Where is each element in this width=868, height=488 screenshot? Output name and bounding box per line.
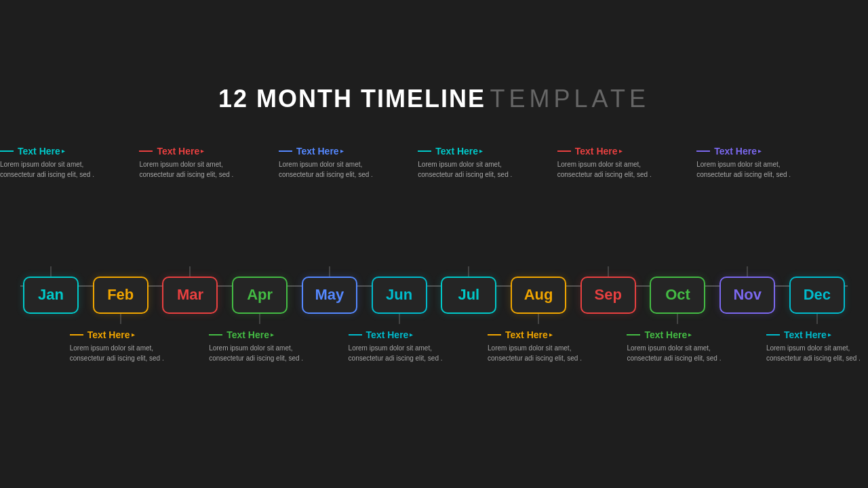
connector-sep [608, 266, 609, 277]
month-box-nov: Nov [719, 277, 775, 314]
text-body-mar: Lorem ipsum dolor sit amet, consectetur … [139, 159, 241, 180]
text-label-dec: Text Here [766, 329, 868, 340]
connector-may [329, 266, 330, 277]
month-box-jan: Jan [23, 277, 79, 314]
month-col-dec: Dec Text Here Lorem ipsum dolor sit amet… [787, 146, 848, 404]
title-light: TEMPLATE [490, 85, 650, 113]
connector-dec [816, 314, 818, 324]
top-text-jul: Text Here Lorem ipsum dolor sit amet, co… [418, 146, 519, 261]
month-box-oct: Oct [650, 277, 705, 314]
bottom-text-aug: Text Here Lorem ipsum dolor sit amet, co… [488, 329, 589, 404]
months-row: Text Here Lorem ipsum dolor sit amet, co… [20, 146, 848, 404]
text-body-jan: Lorem ipsum dolor sit amet, consectetur … [0, 159, 102, 180]
text-label-oct: Text Here [627, 329, 728, 340]
month-box-sep: Sep [580, 277, 636, 314]
month-box-dec: Dec [789, 277, 845, 314]
top-text-may: Text Here Lorem ipsum dolor sit amet, co… [279, 146, 380, 261]
timeline-container: Text Here Lorem ipsum dolor sit amet, co… [20, 146, 848, 404]
text-body-jul: Lorem ipsum dolor sit amet, consectetur … [418, 159, 519, 180]
text-body-nov: Lorem ipsum dolor sit amet, consectetur … [696, 159, 798, 180]
bottom-text-dec: Text Here Lorem ipsum dolor sit amet, co… [766, 329, 868, 404]
text-label-mar: Text Here [139, 146, 241, 157]
bottom-text-jun: Text Here Lorem ipsum dolor sit amet, co… [349, 329, 450, 404]
connector-jul [468, 266, 469, 277]
page-title: 12 MONTH TIMELINE TEMPLATE [218, 85, 650, 113]
bottom-text-feb: Text Here Lorem ipsum dolor sit amet, co… [70, 329, 172, 404]
top-text-mar: Text Here Lorem ipsum dolor sit amet, co… [139, 146, 241, 261]
text-body-oct: Lorem ipsum dolor sit amet, consectetur … [627, 343, 728, 363]
text-body-aug: Lorem ipsum dolor sit amet, consectetur … [488, 343, 589, 363]
connector-jan [50, 266, 52, 277]
text-label-jan: Text Here [0, 146, 102, 157]
connector-apr [259, 314, 260, 324]
month-box-may: May [302, 277, 357, 314]
text-label-apr: Text Here [209, 329, 311, 340]
month-box-mar: Mar [162, 277, 218, 314]
month-box-jul: Jul [441, 277, 496, 314]
text-label-sep: Text Here [557, 146, 659, 157]
connector-nov [747, 266, 748, 277]
text-body-sep: Lorem ipsum dolor sit amet, consectetur … [557, 159, 659, 180]
top-text-jan: Text Here Lorem ipsum dolor sit amet, co… [0, 146, 102, 261]
text-body-may: Lorem ipsum dolor sit amet, consectetur … [279, 159, 380, 180]
text-label-nov: Text Here [696, 146, 798, 157]
month-box-aug: Aug [511, 277, 566, 314]
top-text-sep: Text Here Lorem ipsum dolor sit amet, co… [557, 146, 659, 261]
text-body-jun: Lorem ipsum dolor sit amet, consectetur … [349, 343, 450, 363]
connector-mar [189, 266, 191, 277]
connector-oct [677, 314, 678, 324]
text-body-feb: Lorem ipsum dolor sit amet, consectetur … [70, 343, 172, 363]
month-box-feb: Feb [93, 277, 149, 314]
text-label-jul: Text Here [418, 146, 519, 157]
month-box-apr: Apr [232, 277, 288, 314]
connector-feb [120, 314, 121, 324]
text-label-may: Text Here [279, 146, 380, 157]
connector-jun [399, 314, 400, 324]
bottom-text-oct: Text Here Lorem ipsum dolor sit amet, co… [627, 329, 728, 404]
text-label-feb: Text Here [70, 329, 172, 340]
month-box-jun: Jun [372, 277, 427, 314]
top-text-nov: Text Here Lorem ipsum dolor sit amet, co… [696, 146, 798, 261]
text-label-jun: Text Here [349, 329, 450, 340]
title-bold: 12 MONTH TIMELINE [218, 85, 486, 113]
text-body-apr: Lorem ipsum dolor sit amet, consectetur … [209, 343, 311, 363]
text-body-dec: Lorem ipsum dolor sit amet, consectetur … [766, 343, 868, 363]
connector-aug [538, 314, 539, 324]
bottom-text-apr: Text Here Lorem ipsum dolor sit amet, co… [209, 329, 311, 404]
text-label-aug: Text Here [488, 329, 589, 340]
